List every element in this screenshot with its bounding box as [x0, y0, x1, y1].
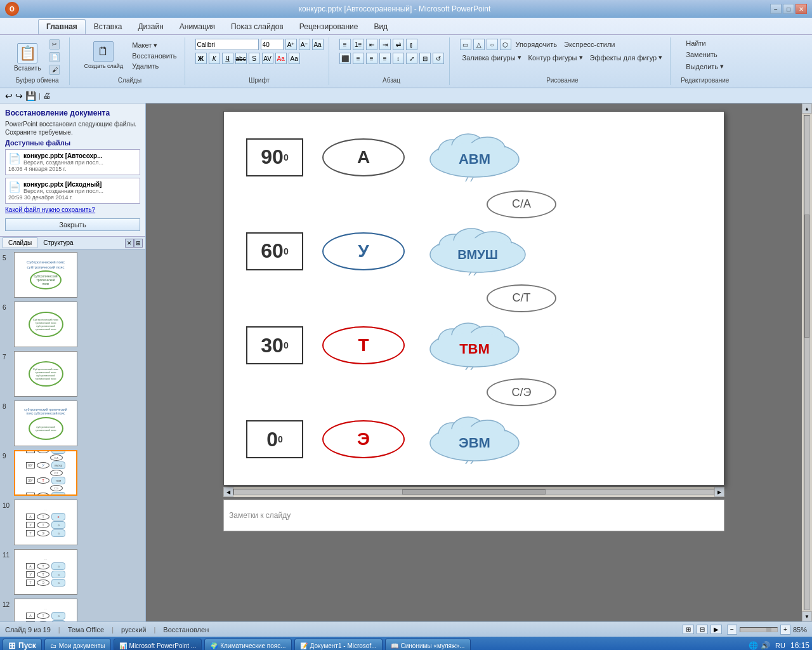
delete-slide-btn[interactable]: Удалить	[129, 62, 179, 70]
maximize-btn[interactable]: □	[783, 4, 794, 14]
taskbar-btn-doc1[interactable]: 📝 Документ1 - Microsof...	[294, 639, 383, 650]
font-name-input[interactable]	[195, 39, 259, 50]
text-direction-btn[interactable]: ⤢	[406, 53, 417, 64]
zoom-thumb[interactable]	[766, 628, 771, 632]
copy-btn[interactable]: 📄	[47, 51, 64, 63]
zoom-out-btn[interactable]: −	[727, 625, 737, 635]
paste-btn[interactable]: 📋 Вставить	[10, 41, 44, 74]
slide-canvas[interactable]: 900 А	[223, 111, 724, 486]
taskbar-btn-docs[interactable]: 🗂 Мои документы	[44, 639, 111, 650]
slides-tab[interactable]: Слайды	[3, 237, 37, 248]
slide-item-7[interactable]: 7 Субтропический поястропический пояссуб…	[3, 351, 143, 397]
close-recovery-btn[interactable]: Закрыть	[5, 218, 140, 231]
rtl-btn[interactable]: ⇄	[393, 39, 404, 50]
cols-btn[interactable]: ⫿	[406, 39, 417, 50]
new-slide-btn[interactable]: 🗒 Создать слайд	[80, 39, 127, 72]
format-painter-btn[interactable]: 🖌	[47, 64, 64, 76]
reset-btn[interactable]: Восстановить	[129, 51, 179, 60]
tab-design[interactable]: Дизайн	[130, 19, 171, 34]
italic-btn[interactable]: К	[209, 53, 220, 64]
scroll-left-btn[interactable]: ◀	[223, 487, 233, 497]
slide-item-11[interactable]: 11 ... А Т ⊙ У Т ⊙	[3, 549, 143, 595]
h-scroll-track[interactable]	[233, 489, 714, 495]
slides-list[interactable]: 5 Субтропический пояссубтропический пояс…	[0, 249, 145, 621]
redo-btn[interactable]: ↪	[15, 91, 23, 101]
scroll-right-btn[interactable]: ▶	[714, 487, 724, 497]
close-btn[interactable]: ✕	[796, 4, 807, 14]
slideshow-btn[interactable]: ▶	[710, 625, 722, 634]
indent-less-btn[interactable]: ⇤	[366, 39, 377, 50]
zoom-track[interactable]	[740, 627, 778, 632]
outline-btn[interactable]: Контур фигуры ▾	[526, 53, 586, 62]
tab-review[interactable]: Рецензирование	[292, 19, 366, 34]
panel-close-btn[interactable]: ✕	[125, 239, 134, 248]
tab-slideshow[interactable]: Показ слайдов	[223, 19, 291, 34]
select-btn[interactable]: Выделить ▾	[683, 62, 726, 71]
align-center-btn[interactable]: ≡	[353, 53, 364, 64]
taskbar-btn-ppt[interactable]: 📊 Microsoft PowerPoint ...	[114, 639, 202, 650]
slide-item-10[interactable]: 10 ... А Т Э У Т ⊙	[3, 500, 143, 545]
taskbar-btn-synonyms[interactable]: 📖 Синонимы «муляж»...	[385, 639, 471, 650]
slide-item-8[interactable]: 8 субтропический тропическийпояс субтроп…	[3, 401, 143, 446]
slide-item-5[interactable]: 5 Субтропический пояссубтропический пояс…	[3, 252, 143, 298]
minimize-btn[interactable]: −	[770, 4, 782, 14]
layout-btn[interactable]: Макет ▾	[129, 41, 179, 50]
shape-3[interactable]: ○	[487, 39, 498, 50]
underline-btn[interactable]: Ч	[222, 53, 233, 64]
panel-expand-btn[interactable]: ⊞	[134, 239, 143, 248]
align-left-btn[interactable]: ⬛	[339, 53, 351, 64]
zoom-in-btn[interactable]: +	[780, 625, 790, 635]
bold-btn[interactable]: Ж	[195, 53, 207, 64]
structure-tab[interactable]: Структура	[37, 237, 79, 248]
indent-more-btn[interactable]: ⇥	[379, 39, 391, 50]
font-color-btn[interactable]: Аа	[275, 53, 287, 64]
save-btn[interactable]: 💾	[25, 91, 36, 101]
fill-btn[interactable]: Заливка фигуры ▾	[460, 53, 524, 62]
align-text-btn[interactable]: ⊟	[419, 53, 431, 64]
save-question-link[interactable]: Какой файл нужно сохранить?	[5, 206, 140, 213]
align-right-btn[interactable]: ≡	[366, 53, 377, 64]
undo-btn[interactable]: ↩	[5, 91, 13, 101]
scroll-down-btn[interactable]: ▼	[802, 611, 812, 621]
start-btn[interactable]: ⊞ Пуск	[3, 639, 42, 650]
justify-btn[interactable]: ≡	[379, 53, 391, 64]
tab-insert[interactable]: Вставка	[86, 19, 130, 34]
font-color2-btn[interactable]: Аа	[289, 53, 300, 64]
spacing-btn[interactable]: AV	[262, 53, 273, 64]
shape-4[interactable]: ⬡	[500, 39, 511, 50]
scroll-up-btn[interactable]: ▲	[802, 103, 812, 114]
font-shrink-btn[interactable]: A⁻	[299, 39, 310, 50]
taskbar-btn-climate[interactable]: 🌍 Климатические пояс...	[204, 639, 291, 650]
effects-btn[interactable]: Эффекты для фигур ▾	[587, 53, 665, 62]
strikethrough-btn[interactable]: abc	[235, 53, 247, 64]
quick-styles-btn[interactable]: Экспресс-стили	[561, 40, 617, 49]
slide-item-6[interactable]: 6 Субтропический поястропический пояссуб…	[3, 302, 143, 347]
find-btn[interactable]: Найти	[683, 39, 726, 48]
font-size-input[interactable]	[261, 39, 284, 50]
tab-animation[interactable]: Анимация	[172, 19, 223, 34]
slide-item-12[interactable]: 12 ... А Т ⊙ У Т Э	[3, 599, 143, 621]
horizontal-scrollbar[interactable]: ◀ ▶	[223, 487, 724, 497]
print-btn[interactable]: 🖨	[43, 91, 51, 100]
notes-area[interactable]: Заметки к слайду	[223, 500, 724, 531]
cut-btn[interactable]: ✂	[47, 39, 64, 50]
slide-item-9[interactable]: 9 90° А АВМ С/А 60°	[3, 450, 143, 496]
normal-view-btn[interactable]: ⊞	[683, 625, 694, 634]
arrange-btn[interactable]: Упорядочить	[513, 40, 560, 49]
line-spacing-btn[interactable]: ↕	[393, 53, 404, 64]
slide-sorter-btn[interactable]: ⊟	[697, 625, 708, 634]
replace-btn[interactable]: Заменить	[683, 50, 726, 59]
shape-2[interactable]: △	[473, 39, 485, 50]
shape-1[interactable]: ▭	[460, 39, 471, 50]
v-scroll-track[interactable]	[804, 115, 810, 610]
numbering-btn[interactable]: 1≡	[353, 39, 364, 50]
shadow-btn[interactable]: S	[249, 53, 260, 64]
font-grow-btn[interactable]: A⁺	[285, 39, 297, 50]
h-scroll-thumb[interactable]	[402, 489, 546, 494]
tab-home[interactable]: Главная	[38, 19, 86, 34]
v-scroll-thumb[interactable]	[804, 215, 809, 338]
vertical-scrollbar[interactable]: ▲ ▼	[802, 103, 812, 621]
smartart-btn[interactable]: ↺	[433, 53, 444, 64]
tab-view[interactable]: Вид	[366, 19, 395, 34]
recovery-file-2[interactable]: 📄 конкурс.pptx [Исходный] Версия, создан…	[5, 178, 140, 204]
